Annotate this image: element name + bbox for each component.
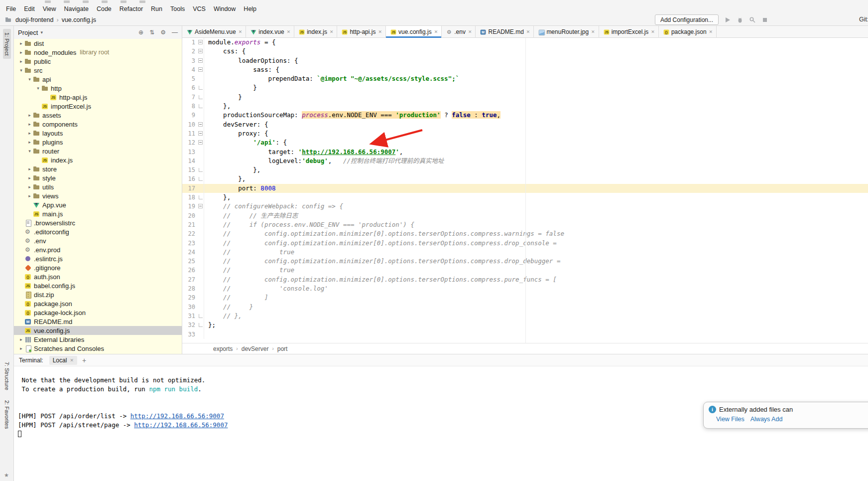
tree-item-dist-zip[interactable]: dist.zip [14,290,182,299]
collapse-all-icon[interactable]: ⇅ [149,29,154,36]
notification-action-view-files[interactable]: View Files [716,416,744,423]
run-icon[interactable] [724,16,731,23]
editor-tab-index-vue[interactable]: index.vue✕ [246,26,294,38]
tab-close-icon[interactable]: ✕ [286,29,291,34]
fold-end-icon[interactable] [197,312,204,321]
fold-end-icon[interactable] [197,174,204,183]
fold-end-icon[interactable] [197,102,204,111]
chevron-collapsed-icon[interactable]: ▸ [26,184,33,189]
tool-window-button-7-structure[interactable]: 7: Structure [3,358,11,394]
debug-bug-icon[interactable] [737,16,744,23]
tree-item-eslintrc-js[interactable]: .eslintrc.js [14,254,182,263]
menu-item-navigate[interactable]: Navigate [60,4,93,14]
tree-item-package-json[interactable]: package.json [14,299,182,308]
terminal-tab-local[interactable]: Local ✕ [49,356,77,365]
editor-tab-importexcel-js[interactable]: importExcel.js✕ [599,26,659,38]
chevron-collapsed-icon[interactable]: ▸ [18,346,24,351]
chevron-collapsed-icon[interactable]: ▸ [18,337,24,342]
chevron-expanded-icon[interactable]: ▾ [26,149,33,154]
fold-end-icon[interactable] [197,193,204,202]
menu-item-help[interactable]: Help [240,4,260,14]
tree-item-layouts[interactable]: ▸layouts [14,129,182,138]
tree-item-node-modules[interactable]: ▸node_moduleslibrary root [14,48,182,57]
tree-item-package-lock-json[interactable]: package-lock.json [14,308,182,317]
locate-file-icon[interactable]: ⊕ [138,29,143,36]
breadcrumb-item-duoji-frontend[interactable]: duoji-frontend [14,16,54,23]
tree-item-assets[interactable]: ▸assets [14,111,182,120]
fold-end-icon[interactable] [197,83,204,92]
tool-window-button-1-project[interactable]: 1: Project [3,29,11,59]
editor-breadcrumb-devserver[interactable]: devServer [242,345,269,352]
tree-item-http[interactable]: ▾http [14,84,182,93]
editor-breadcrumb-exports[interactable]: exports [213,345,233,352]
tree-item-api[interactable]: ▾api [14,75,182,84]
tree-item-env[interactable]: .env [14,236,182,245]
tree-item-main-js[interactable]: main.js [14,209,182,218]
search-icon[interactable] [749,16,756,23]
chevron-collapsed-icon[interactable]: ▸ [18,59,24,64]
chevron-collapsed-icon[interactable]: ▸ [26,166,33,171]
git-widget[interactable]: Git: [859,16,868,23]
tree-item-app-vue[interactable]: App.vue [14,200,182,209]
tree-item-dist[interactable]: ▸dist [14,39,182,48]
tree-item-env-prod[interactable]: .env.prod [14,245,182,254]
menu-item-view[interactable]: View [39,4,60,14]
chevron-expanded-icon[interactable]: ▾ [35,86,41,91]
tree-item-browserslistrc[interactable]: .browserslistrc [14,218,182,227]
tree-item-store[interactable]: ▸store [14,164,182,173]
favorites-star-icon[interactable]: ★ [4,472,9,479]
tree-item-router[interactable]: ▾router [14,147,182,156]
tree-item-vue-config-js[interactable]: vue.config.js [14,326,182,335]
fold-start-icon[interactable] [197,202,204,211]
fold-end-icon[interactable] [197,321,204,329]
menu-item-file[interactable]: File [2,4,20,14]
editor-tab-menurouter-jpg[interactable]: menuRouter.jpg✕ [534,26,599,38]
editor-tab-asidemenu-vue[interactable]: AsideMenu.vue✕ [182,26,246,38]
chevron-down-icon[interactable]: ▾ [40,30,43,35]
tree-item-style[interactable]: ▸style [14,173,182,182]
editor-tab-env[interactable]: .env✕ [442,26,476,38]
menu-item-run[interactable]: Run [147,4,166,14]
tree-item-editorconfig[interactable]: .editorconfig [14,227,182,236]
tree-item-gitignore[interactable]: .gitignore [14,263,182,272]
close-icon[interactable]: ✕ [70,358,74,363]
fold-start-icon[interactable] [197,47,204,56]
fold-start-icon[interactable] [197,56,204,65]
notification-action-always-add[interactable]: Always Add [750,416,783,423]
tool-window-button-2-favorites[interactable]: 2: Favorites [3,397,11,432]
tab-close-icon[interactable]: ✕ [377,29,382,34]
settings-gear-icon[interactable]: ⚙ [160,29,166,36]
hide-panel-icon[interactable]: — [172,29,178,36]
menu-item-tools[interactable]: Tools [166,4,189,14]
fold-start-icon[interactable] [197,138,204,147]
fold-start-icon[interactable] [197,129,204,138]
tab-close-icon[interactable]: ✕ [709,29,714,34]
stop-icon[interactable] [761,16,768,23]
tab-close-icon[interactable]: ✕ [526,29,531,34]
tree-item-index-js[interactable]: index.js [14,156,182,164]
editor-tab-http-api-js[interactable]: http-api.js✕ [337,26,386,38]
tree-item-utils[interactable]: ▸utils [14,182,182,191]
tree-item-auth-json[interactable]: auth.json [14,272,182,281]
chevron-collapsed-icon[interactable]: ▸ [26,140,33,145]
tab-close-icon[interactable]: ✕ [434,29,439,34]
fold-start-icon[interactable] [197,120,204,129]
terminal-link[interactable]: http://192.168.66.56:9007 [130,412,224,420]
menu-item-code[interactable]: Code [93,4,116,14]
editor-tab-index-js[interactable]: index.js✕ [294,26,337,38]
tab-close-icon[interactable]: ✕ [238,29,243,34]
editor-breadcrumb-port[interactable]: port [277,345,288,352]
tree-item-external-libraries[interactable]: ▸External Libraries [14,335,182,344]
tree-item-http-api-js[interactable]: http-api.js [14,93,182,102]
fold-start-icon[interactable] [197,38,204,47]
menu-item-vcs[interactable]: VCS [189,4,210,14]
tab-close-icon[interactable]: ✕ [468,29,473,34]
menu-item-window[interactable]: Window [210,4,240,14]
breadcrumb-item-vue-config-js[interactable]: vue.config.js [61,16,97,23]
tab-close-icon[interactable]: ✕ [329,29,334,34]
chevron-expanded-icon[interactable]: ▾ [18,68,24,73]
fold-end-icon[interactable] [197,165,204,174]
menu-item-edit[interactable]: Edit [20,4,39,14]
chevron-collapsed-icon[interactable]: ▸ [26,193,33,198]
fold-end-icon[interactable] [197,93,204,102]
